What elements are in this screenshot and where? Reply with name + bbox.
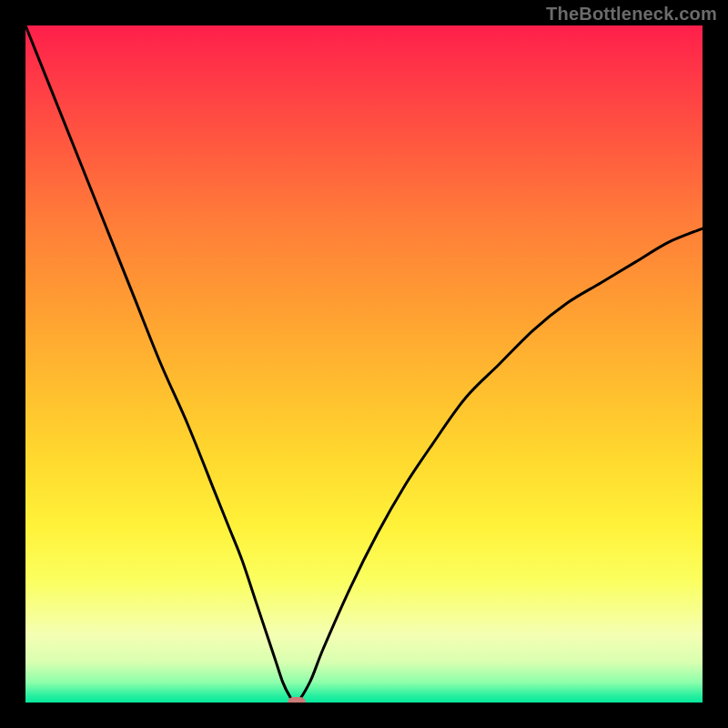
optimal-point-marker xyxy=(288,697,306,703)
bottleneck-curve xyxy=(25,25,703,703)
plot-area xyxy=(25,25,703,703)
chart-frame: TheBottleneck.com xyxy=(0,0,728,728)
watermark-text: TheBottleneck.com xyxy=(546,4,717,25)
